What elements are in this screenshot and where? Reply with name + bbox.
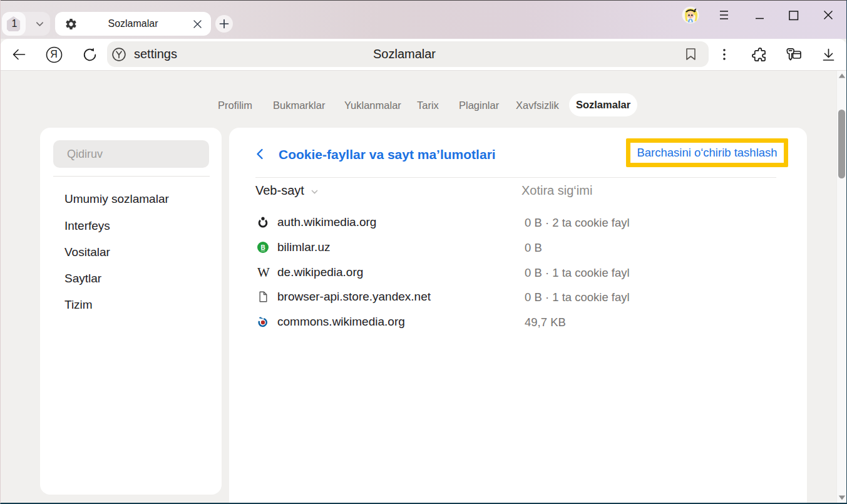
svg-text:B: B xyxy=(260,244,265,251)
